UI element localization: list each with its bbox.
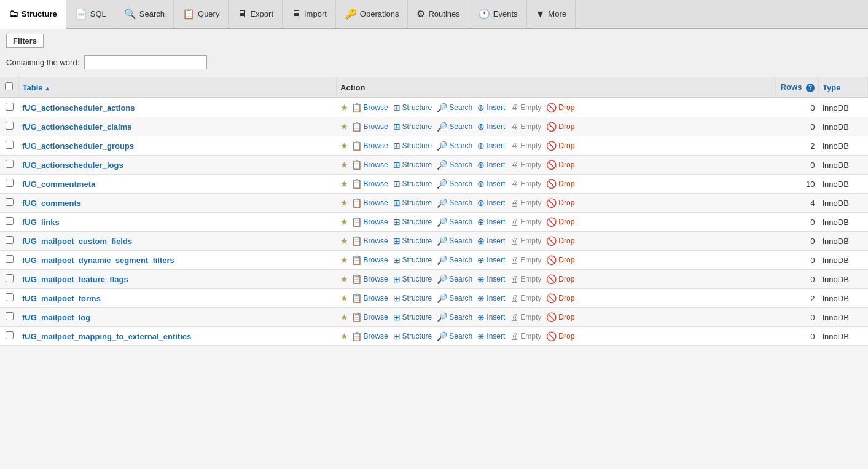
insert-action[interactable]: ⊕Insert [475, 102, 507, 113]
search-action[interactable]: 🔎Search [435, 197, 474, 208]
row-checkbox[interactable] [6, 274, 14, 282]
row-checkbox[interactable] [6, 198, 14, 206]
favorite-star-icon[interactable]: ★ [340, 160, 348, 170]
tab-structure[interactable]: 🗂 Structure [0, 0, 66, 29]
insert-action[interactable]: ⊕Insert [475, 235, 507, 246]
drop-action[interactable]: 🚫Drop [544, 197, 576, 208]
drop-action[interactable]: 🚫Drop [544, 254, 576, 266]
row-checkbox[interactable] [6, 236, 14, 244]
tab-more[interactable]: ▼ More [527, 0, 576, 28]
drop-action[interactable]: 🚫Drop [544, 102, 576, 113]
drop-action[interactable]: 🚫Drop [544, 331, 576, 342]
browse-action[interactable]: 📋Browse [350, 216, 390, 227]
empty-action[interactable]: 🖨Empty [508, 197, 543, 208]
drop-action[interactable]: 🚫Drop [544, 121, 576, 132]
structure-action[interactable]: ⊞Structure [391, 331, 434, 342]
tab-routines[interactable]: ⚙ Routines [408, 0, 469, 28]
tab-import[interactable]: 🖥 Import [283, 0, 336, 28]
insert-action[interactable]: ⊕Insert [475, 331, 507, 342]
drop-action[interactable]: 🚫Drop [544, 159, 576, 170]
search-action[interactable]: 🔎Search [435, 159, 474, 170]
table-name-cell[interactable]: fUG_actionscheduler_logs [18, 156, 337, 175]
drop-action[interactable]: 🚫Drop [544, 312, 576, 323]
table-name-cell[interactable]: fUG_mailpoet_forms [18, 289, 337, 308]
search-action[interactable]: 🔎Search [435, 293, 474, 304]
favorite-star-icon[interactable]: ★ [340, 198, 348, 208]
browse-action[interactable]: 📋Browse [350, 140, 390, 151]
empty-action[interactable]: 🖨Empty [508, 254, 543, 266]
row-checkbox[interactable] [6, 122, 14, 130]
drop-action[interactable]: 🚫Drop [544, 140, 576, 151]
empty-action[interactable]: 🖨Empty [508, 331, 543, 342]
table-name-cell[interactable]: fUG_actionscheduler_claims [18, 117, 337, 136]
structure-action[interactable]: ⊞Structure [391, 197, 434, 208]
insert-action[interactable]: ⊕Insert [475, 178, 507, 189]
row-checkbox[interactable] [6, 312, 14, 320]
row-checkbox[interactable] [6, 331, 14, 339]
browse-action[interactable]: 📋Browse [350, 235, 390, 246]
search-action[interactable]: 🔎Search [435, 102, 474, 113]
insert-action[interactable]: ⊕Insert [475, 216, 507, 227]
tab-search[interactable]: 🔍 Search [115, 0, 174, 28]
rows-info-icon[interactable]: ? [806, 84, 815, 92]
empty-action[interactable]: 🖨Empty [508, 178, 543, 189]
empty-action[interactable]: 🖨Empty [508, 216, 543, 227]
table-name-cell[interactable]: fUG_actionscheduler_actions [18, 98, 337, 117]
table-name-cell[interactable]: fUG_links [18, 213, 337, 232]
favorite-star-icon[interactable]: ★ [340, 255, 348, 265]
structure-action[interactable]: ⊞Structure [391, 293, 434, 304]
structure-action[interactable]: ⊞Structure [391, 121, 434, 132]
tab-operations[interactable]: 🔑 Operations [336, 0, 409, 28]
favorite-star-icon[interactable]: ★ [340, 103, 348, 112]
drop-action[interactable]: 🚫Drop [544, 178, 576, 189]
structure-action[interactable]: ⊞Structure [391, 254, 434, 266]
row-checkbox[interactable] [6, 293, 14, 301]
insert-action[interactable]: ⊕Insert [475, 293, 507, 304]
empty-action[interactable]: 🖨Empty [508, 102, 543, 113]
browse-action[interactable]: 📋Browse [350, 331, 390, 342]
insert-action[interactable]: ⊕Insert [475, 159, 507, 170]
browse-action[interactable]: 📋Browse [350, 197, 390, 208]
search-action[interactable]: 🔎Search [435, 312, 474, 323]
tab-sql[interactable]: 📄 SQL [66, 0, 115, 28]
favorite-star-icon[interactable]: ★ [340, 331, 348, 341]
favorite-star-icon[interactable]: ★ [340, 293, 348, 303]
row-checkbox[interactable] [6, 103, 14, 111]
structure-action[interactable]: ⊞Structure [391, 274, 434, 285]
browse-action[interactable]: 📋Browse [350, 121, 390, 132]
insert-action[interactable]: ⊕Insert [475, 121, 507, 132]
drop-action[interactable]: 🚫Drop [544, 235, 576, 246]
search-action[interactable]: 🔎Search [435, 121, 474, 132]
favorite-star-icon[interactable]: ★ [340, 141, 348, 151]
browse-action[interactable]: 📋Browse [350, 293, 390, 304]
table-name-cell[interactable]: fUG_mailpoet_mapping_to_external_entitie… [18, 327, 337, 346]
browse-action[interactable]: 📋Browse [350, 159, 390, 170]
browse-action[interactable]: 📋Browse [350, 102, 390, 113]
favorite-star-icon[interactable]: ★ [340, 217, 348, 227]
insert-action[interactable]: ⊕Insert [475, 254, 507, 266]
structure-action[interactable]: ⊞Structure [391, 216, 434, 227]
structure-action[interactable]: ⊞Structure [391, 178, 434, 189]
search-action[interactable]: 🔎Search [435, 274, 474, 285]
favorite-star-icon[interactable]: ★ [340, 122, 348, 132]
empty-action[interactable]: 🖨Empty [508, 235, 543, 246]
insert-action[interactable]: ⊕Insert [475, 140, 507, 151]
empty-action[interactable]: 🖨Empty [508, 274, 543, 285]
search-action[interactable]: 🔎Search [435, 178, 474, 189]
structure-action[interactable]: ⊞Structure [391, 140, 434, 151]
tab-query[interactable]: 📋 Query [174, 0, 229, 28]
empty-action[interactable]: 🖨Empty [508, 293, 543, 304]
table-name-cell[interactable]: fUG_commentmeta [18, 175, 337, 194]
browse-action[interactable]: 📋Browse [350, 274, 390, 285]
insert-action[interactable]: ⊕Insert [475, 274, 507, 285]
select-all-checkbox[interactable] [5, 82, 13, 90]
favorite-star-icon[interactable]: ★ [340, 274, 348, 284]
browse-action[interactable]: 📋Browse [350, 312, 390, 323]
search-action[interactable]: 🔎Search [435, 140, 474, 151]
filter-word-input[interactable] [84, 55, 207, 69]
empty-action[interactable]: 🖨Empty [508, 140, 543, 151]
drop-action[interactable]: 🚫Drop [544, 274, 576, 285]
search-action[interactable]: 🔎Search [435, 254, 474, 266]
filters-toggle[interactable]: Filters [6, 34, 44, 48]
row-checkbox[interactable] [6, 255, 14, 263]
